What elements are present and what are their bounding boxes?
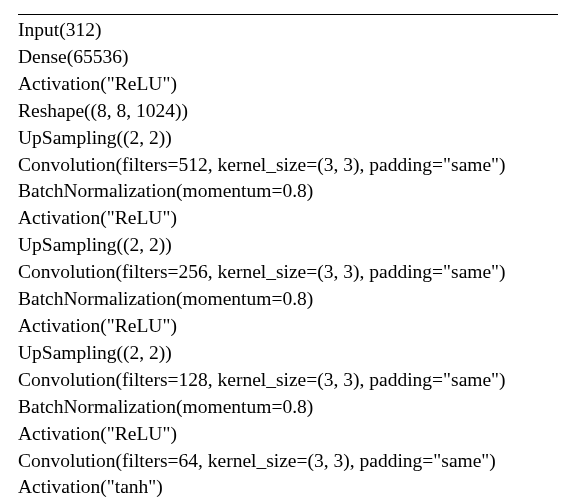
layer-row: Convolution(filters=256, kernel_size=(3,… xyxy=(18,259,558,286)
layer-row: BatchNormalization(momentum=0.8) xyxy=(18,286,558,313)
layer-row: UpSampling((2, 2)) xyxy=(18,125,558,152)
layer-row: BatchNormalization(momentum=0.8) xyxy=(18,178,558,205)
layer-row: Activation("ReLU") xyxy=(18,205,558,232)
layer-row: Activation("tanh") xyxy=(18,474,558,501)
layer-row: Convolution(filters=128, kernel_size=(3,… xyxy=(18,367,558,394)
architecture-table: Input(312) Dense(65536) Activation("ReLU… xyxy=(0,0,576,502)
layer-row: Activation("ReLU") xyxy=(18,421,558,448)
layer-row: Input(312) xyxy=(18,17,558,44)
layer-row: UpSampling((2, 2)) xyxy=(18,232,558,259)
layer-row: Dense(65536) xyxy=(18,44,558,71)
layer-row: UpSampling((2, 2)) xyxy=(18,340,558,367)
layer-row: Activation("ReLU") xyxy=(18,71,558,98)
layer-row: Convolution(filters=64, kernel_size=(3, … xyxy=(18,448,558,475)
layer-row: Activation("ReLU") xyxy=(18,313,558,340)
layer-row: Convolution(filters=512, kernel_size=(3,… xyxy=(18,152,558,179)
layer-row: BatchNormalization(momentum=0.8) xyxy=(18,394,558,421)
layer-row: Reshape((8, 8, 1024)) xyxy=(18,98,558,125)
layer-list: Input(312) Dense(65536) Activation("ReLU… xyxy=(18,15,558,502)
